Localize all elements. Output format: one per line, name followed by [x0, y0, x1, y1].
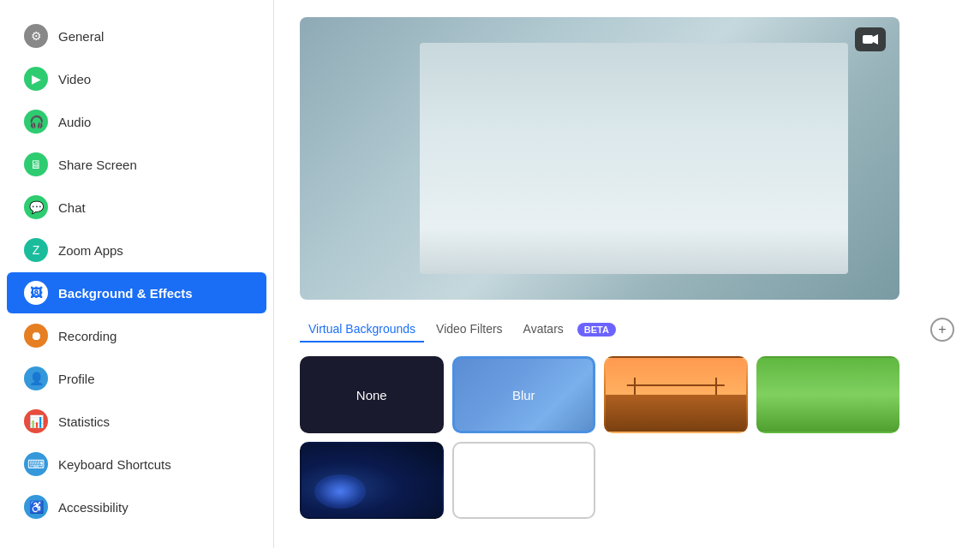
chat-icon: 💬 [24, 195, 48, 219]
svg-marker-1 [873, 34, 878, 45]
sidebar-item-profile[interactable]: 👤Profile [7, 358, 266, 399]
sidebar-item-label-recording: Recording [58, 329, 117, 343]
sidebar-item-label-keyboard-shortcuts: Keyboard Shortcuts [58, 457, 171, 472]
tab-avatars[interactable]: Avatars [515, 317, 572, 342]
video-icon: ▶ [24, 67, 48, 91]
thumbnail-grass[interactable] [756, 356, 900, 433]
camera-toggle-icon[interactable] [855, 27, 886, 51]
tab-video-filters[interactable]: Video Filters [427, 317, 511, 342]
thumbnail-none[interactable]: None [300, 356, 444, 433]
accessibility-icon: ♿ [24, 495, 48, 519]
share-screen-icon: 🖥 [24, 152, 48, 176]
audio-icon: 🎧 [24, 110, 48, 134]
sidebar-item-recording[interactable]: ⏺Recording [7, 315, 266, 356]
sidebar-item-chat[interactable]: 💬Chat [7, 187, 266, 228]
sidebar-item-accessibility[interactable]: ♿Accessibility [7, 486, 266, 527]
profile-icon: 👤 [24, 366, 48, 390]
sidebar-item-label-accessibility: Accessibility [58, 500, 128, 515]
sidebar-item-label-zoom-apps: Zoom Apps [58, 243, 123, 258]
sidebar-item-video[interactable]: ▶Video [7, 58, 266, 99]
beta-badge: BETA [577, 323, 616, 337]
sidebar-item-zoom-apps[interactable]: ZZoom Apps [7, 229, 266, 271]
sidebar-item-general[interactable]: ⚙General [7, 15, 266, 57]
video-preview [300, 17, 899, 300]
zoom-apps-icon: Z [24, 238, 48, 262]
sidebar-item-label-audio: Audio [58, 115, 91, 129]
thumbnails-grid: NoneBlur [300, 356, 899, 519]
video-preview-inner [420, 43, 848, 274]
sidebar-item-label-background-effects: Background & Effects [58, 286, 193, 301]
sidebar-item-share-screen[interactable]: 🖥Share Screen [7, 144, 266, 185]
sidebar-item-label-profile: Profile [58, 372, 95, 386]
sidebar-item-audio[interactable]: 🎧Audio [7, 101, 266, 142]
sidebar-item-background-effects[interactable]: 🖼Background & Effects [7, 272, 266, 313]
sidebar-item-keyboard-shortcuts[interactable]: ⌨Keyboard Shortcuts [7, 444, 266, 485]
statistics-icon: 📊 [24, 409, 48, 433]
main-content: Virtual BackgroundsVideo FiltersAvatarsB… [274, 0, 980, 548]
thumbnail-blur-label: Blur [512, 388, 535, 402]
background-effects-icon: 🖼 [24, 281, 48, 305]
add-background-button[interactable]: + [930, 318, 954, 342]
tabs-row: Virtual BackgroundsVideo FiltersAvatarsB… [300, 317, 954, 342]
thumbnail-bridge[interactable] [604, 356, 748, 433]
sidebar-item-label-chat: Chat [58, 200, 86, 215]
sidebar-item-label-video: Video [58, 72, 91, 86]
svg-rect-0 [863, 35, 873, 44]
sidebar-item-statistics[interactable]: 📊Statistics [7, 401, 266, 442]
sidebar: ⚙General▶Video🎧Audio🖥Share Screen💬ChatZZ… [0, 0, 274, 548]
thumbnail-none-label: None [356, 388, 387, 402]
sidebar-item-label-statistics: Statistics [58, 414, 110, 429]
thumbnail-custom[interactable] [452, 442, 596, 519]
tab-virtual-backgrounds[interactable]: Virtual Backgrounds [300, 317, 424, 342]
thumbnail-blur[interactable]: Blur [452, 356, 596, 433]
thumbnail-space[interactable] [300, 442, 444, 519]
recording-icon: ⏺ [24, 324, 48, 348]
sidebar-item-label-share-screen: Share Screen [58, 158, 137, 172]
sidebar-item-label-general: General [58, 29, 104, 44]
general-icon: ⚙ [24, 24, 48, 48]
keyboard-shortcuts-icon: ⌨ [24, 452, 48, 476]
